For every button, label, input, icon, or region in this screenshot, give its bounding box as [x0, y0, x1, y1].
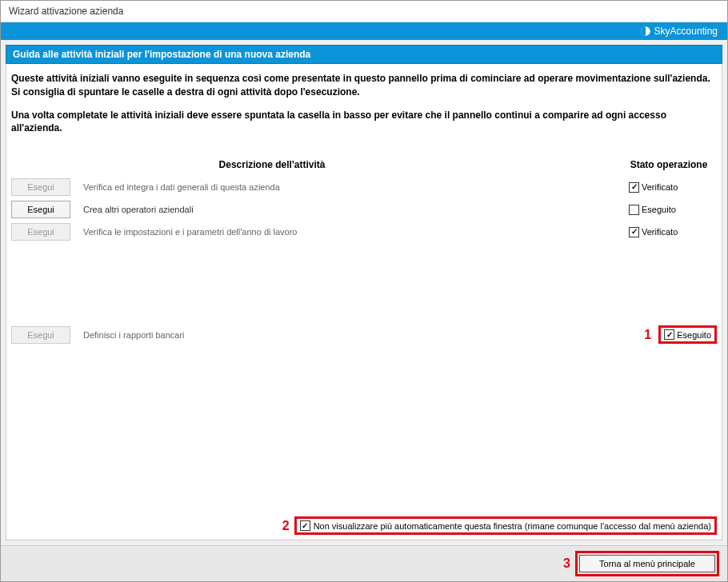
annotation-2: 2	[282, 519, 290, 533]
status-label: Verificato	[642, 227, 678, 237]
activity-desc: Verifica le impostazioni e i parametri d…	[83, 227, 629, 237]
activity-row: Esegui Verifica le impostazioni e i para…	[11, 223, 717, 241]
execute-button[interactable]: Esegui	[11, 178, 70, 196]
bottom-area: 2 Non visualizzare più automaticamente q…	[11, 516, 717, 535]
activity-desc: Verifica ed integra i dati generali di q…	[83, 182, 629, 192]
highlight-box-3: Torna al menù principale	[575, 551, 719, 576]
status-checkbox[interactable]	[629, 205, 639, 215]
guide-header: Guida alle attività iniziali per l'impos…	[6, 45, 722, 64]
hide-window-label: Non visualizzare più automaticamente que…	[314, 521, 711, 531]
intro-paragraph-2: Una volta completate le attività inizial…	[11, 109, 717, 136]
activity-desc: Crea altri operatori aziendali	[83, 205, 629, 214]
execute-button[interactable]: Esegui	[11, 223, 70, 241]
guide-body: Queste attività iniziali vanno eseguite …	[6, 64, 722, 540]
activity-row-bank: Esegui Definisci i rapporti bancari 1 Es…	[11, 325, 717, 344]
activity-desc: Definisci i rapporti bancari	[83, 330, 644, 340]
activities-section: Descrizione dell'attività Stato operazio…	[11, 159, 717, 349]
intro-paragraph-1: Queste attività iniziali vanno eseguite …	[11, 72, 717, 99]
columns-header: Descrizione dell'attività Stato operazio…	[11, 159, 717, 170]
highlight-box-2: Non visualizzare più automaticamente que…	[294, 516, 717, 535]
highlight-box-1: Eseguito	[658, 325, 717, 344]
window-title: Wizard attivazione azienda	[1, 1, 727, 22]
status-label: Verificato	[642, 182, 678, 192]
back-to-main-menu-button[interactable]: Torna al menù principale	[579, 555, 715, 572]
annotation-1: 1	[644, 328, 651, 342]
status-label: Eseguito	[677, 330, 711, 340]
brand-label: SkyAccounting	[654, 26, 718, 37]
status-checkbox[interactable]	[629, 227, 639, 237]
status-checkbox[interactable]	[664, 329, 674, 340]
footer-bar: 3 Torna al menù principale	[1, 545, 727, 581]
brand-logo-icon	[640, 26, 651, 37]
status-checkbox[interactable]	[629, 182, 639, 193]
content-panel: Guida alle attività iniziali per l'impos…	[1, 40, 727, 545]
col-header-status: Stato operazione	[621, 159, 717, 170]
activity-row: Esegui Crea altri operatori aziendali Es…	[11, 201, 717, 218]
annotation-3: 3	[563, 556, 570, 571]
brand-bar: SkyAccounting	[1, 22, 727, 40]
hide-window-checkbox[interactable]	[300, 520, 310, 531]
execute-button[interactable]: Esegui	[11, 326, 70, 344]
execute-button[interactable]: Esegui	[11, 201, 70, 218]
col-header-desc: Descrizione dell'attività	[83, 159, 621, 170]
activity-row: Esegui Verifica ed integra i dati genera…	[11, 178, 717, 196]
status-label: Eseguito	[642, 205, 676, 214]
